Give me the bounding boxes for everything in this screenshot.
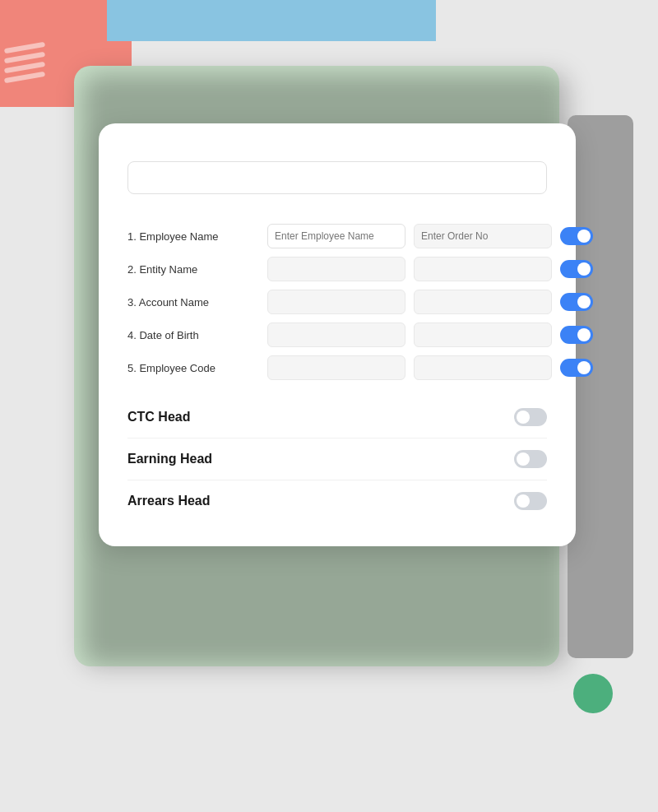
toggle-switch[interactable]: [560, 293, 593, 311]
section-label: Arrears Head: [127, 494, 211, 508]
section-toggle-switch[interactable]: [514, 492, 547, 510]
table-row: 3. Account Name: [127, 290, 547, 314]
field-label: 5. Employee Code: [127, 362, 259, 374]
field-name-input[interactable]: [267, 290, 405, 314]
toggle-switch[interactable]: [560, 227, 593, 245]
field-name-input[interactable]: [267, 355, 405, 380]
toggle-switch[interactable]: [560, 260, 593, 278]
field-order-input[interactable]: [414, 290, 552, 314]
main-card: 1. Employee Name2. Entity Name3. Account…: [99, 123, 576, 546]
gray-sidebar-card: [568, 115, 633, 658]
report-name-input[interactable]: [127, 161, 547, 194]
personal-fields-list: 1. Employee Name2. Entity Name3. Account…: [127, 224, 547, 380]
section-row: Earning Head: [127, 438, 547, 480]
section-row: Arrears Head: [127, 480, 547, 522]
field-name-input[interactable]: [267, 322, 405, 347]
field-name-input[interactable]: [267, 224, 405, 248]
field-label: 2. Entity Name: [127, 263, 259, 276]
field-order-input[interactable]: [414, 224, 552, 248]
green-action-button[interactable]: [573, 674, 613, 713]
table-row: 2. Entity Name: [127, 257, 547, 281]
section-toggle-switch[interactable]: [514, 450, 547, 468]
section-toggle-switch[interactable]: [514, 408, 547, 426]
section-label: CTC Head: [127, 410, 190, 425]
field-label: 1. Employee Name: [127, 230, 259, 243]
field-name-input[interactable]: [267, 257, 405, 281]
table-row: 4. Date of Birth: [127, 322, 547, 347]
table-row: 5. Employee Code: [127, 355, 547, 380]
field-order-input[interactable]: [414, 322, 552, 347]
sections-list: CTC HeadEarning HeadArrears Head: [127, 397, 547, 522]
field-label: 3. Account Name: [127, 296, 259, 309]
bg-blue-decoration: [107, 0, 436, 41]
field-label: 4. Date of Birth: [127, 329, 259, 341]
field-order-input[interactable]: [414, 355, 552, 380]
table-row: 1. Employee Name: [127, 224, 547, 248]
toggle-switch[interactable]: [560, 326, 593, 344]
bg-lines-decoration: [4, 45, 45, 85]
section-row: CTC Head: [127, 397, 547, 438]
toggle-switch[interactable]: [560, 359, 593, 377]
field-order-input[interactable]: [414, 257, 552, 281]
section-label: Earning Head: [127, 452, 212, 466]
